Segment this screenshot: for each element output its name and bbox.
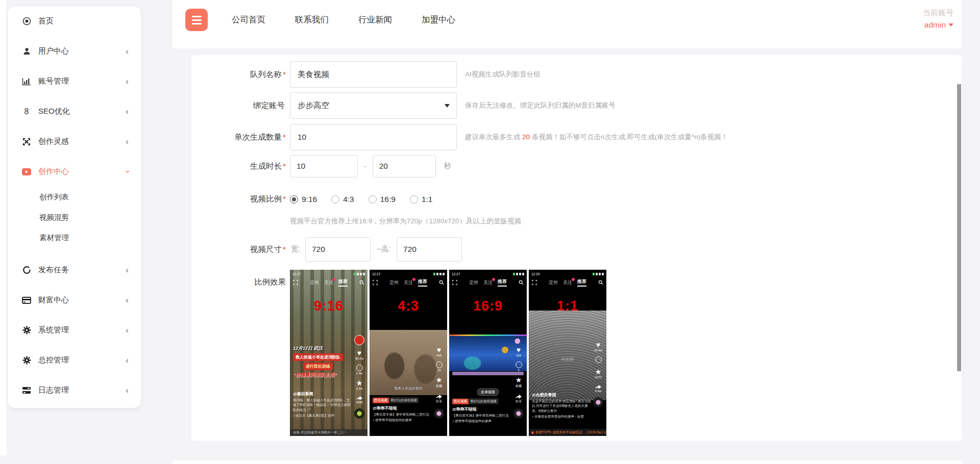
ratio-preview-thumbnails: 12:27 定州关注推荐 9:16 12月12日 武汉 救人快递小哥走进消防队 … <box>290 270 606 436</box>
status-icons <box>593 273 604 275</box>
sidebar-item-publish-tasks[interactable]: 发布任务 ‹ <box>8 255 141 285</box>
sidebar-item-account-mgmt[interactable]: 账号管理 ‹ <box>8 66 141 96</box>
preview-thumb-9-16: 12:27 定州关注推荐 9:16 12月12日 武汉 救人快递小哥走进消防队 … <box>290 270 368 436</box>
vertical-scrollbar[interactable] <box>957 84 961 371</box>
music-title: ♪ @乖乖不哒哒创作的原声 <box>452 419 511 424</box>
radio-icon[interactable] <box>369 195 377 203</box>
preview-thumb-4-3: 12:27 定州关注推荐 4:3 我承认你说得都对 ♥546 ···14 ★收藏… <box>370 270 447 436</box>
nav-contact-us[interactable]: 联系我们 <box>295 14 329 25</box>
sidebar-subitem-video-mix[interactable]: 视频混剪 <box>8 207 141 227</box>
tag-description: 看好玩的游戏视频 <box>470 399 497 404</box>
sidebar-item-wealth-center[interactable]: 财富中心 ‹ <box>8 285 141 315</box>
sidebar-item-home[interactable]: 首页 <box>8 6 141 36</box>
max-count-red: 20 <box>522 133 530 141</box>
required-asterisk: * <box>283 245 286 253</box>
author-handle: @合肥共青团 <box>532 392 591 398</box>
sidebar-subitem-material-mgmt[interactable]: 素材管理 <box>8 227 141 248</box>
nav-industry-news[interactable]: 行业新闻 <box>358 14 392 25</box>
nav-company-home[interactable]: 公司首页 <box>232 14 265 25</box>
radio-checked-icon[interactable] <box>290 195 298 203</box>
comment-icon: ··· <box>595 356 602 363</box>
sidebar-subitem-creation-list[interactable]: 创作列表 <box>8 187 141 207</box>
phone-status-bar: 12:27 <box>449 271 527 276</box>
ratio-option-4-3[interactable]: 4:3 <box>331 195 354 204</box>
hamburger-icon <box>192 16 202 17</box>
sidebar-item-label: 创作灵感 <box>38 137 69 146</box>
status-time: 12:29 <box>531 272 540 276</box>
radio-icon[interactable] <box>410 195 418 203</box>
share-icon <box>515 393 522 399</box>
bar-chart-icon <box>21 77 32 86</box>
bind-account-select[interactable]: 步步高空 <box>290 92 457 119</box>
sidebar-item-seo[interactable]: 8 SEO优化 ‹ <box>8 96 141 126</box>
share-count: 4388 <box>356 401 362 404</box>
hot-topic-banner: 热榜TOP5: 这段历史不该被忘记… | 6124.5w人在看 › <box>529 429 606 436</box>
duration-min-input[interactable] <box>290 155 358 177</box>
star-icon: ★ <box>595 368 602 375</box>
comment-count: 2 <box>518 369 519 372</box>
phone-status-bar: 12:27 <box>290 271 368 276</box>
radio-icon[interactable] <box>331 195 339 203</box>
duration-max-input[interactable] <box>373 155 436 177</box>
caret-down-icon <box>948 23 953 27</box>
radio-label: 4:3 <box>343 195 354 204</box>
music-title: ♪ @乖乖不哒哒创作的原声 <box>373 418 432 423</box>
next-section-card <box>173 460 962 464</box>
tab-recommend: 推荐 <box>498 278 507 287</box>
sidebar-item-system-mgmt[interactable]: 系统管理 ‹ <box>8 315 141 345</box>
sidebar-item-label: 日志管理 <box>38 385 69 395</box>
comment-icon: ··· <box>436 362 443 368</box>
field-label: 视频比例* <box>191 194 286 204</box>
ratio-option-9-16[interactable]: 9:16 <box>290 195 317 204</box>
gen-count-input[interactable] <box>290 124 457 150</box>
caption-block: @乖乖不哒哒 【奥拉星手游】暑中保实神殿三星打法 ♪ @乖乖不哒哒创作的原声 <box>373 405 432 423</box>
current-account-label: 当前账号 <box>923 8 953 18</box>
like-count: 82.2w <box>355 357 363 360</box>
tab-city: 定州 <box>310 279 319 286</box>
collection-banner: 合集·武汉快递哥火场救出一家三口 › <box>290 429 368 436</box>
ratio-option-1-1[interactable]: 1:1 <box>410 195 433 204</box>
tab-follow: 关注 <box>324 279 333 286</box>
sidebar-item-label: 用户中心 <box>38 46 69 56</box>
sidebar-item-log-mgmt[interactable]: 日志管理 ‹ <box>8 375 141 405</box>
menu-toggle-button[interactable] <box>185 9 208 31</box>
ratio-watermark: 16:9 <box>449 298 527 314</box>
star-icon: ★ <box>356 379 363 386</box>
chevron-left-icon: ‹ <box>126 137 129 146</box>
nav-franchise-center[interactable]: 加盟中心 <box>422 14 455 25</box>
subitem-label: 素材管理 <box>39 233 69 243</box>
share-count: 5.6w <box>595 390 602 393</box>
subitem-label: 创作列表 <box>39 192 69 202</box>
sidebar-item-label: 系统管理 <box>38 325 69 335</box>
arrows-expand-icon <box>21 137 32 146</box>
selected-account: 步步高空 <box>298 100 329 111</box>
action-rail: ♥82.2w ···1.4w ★4.2w 4388 <box>353 335 365 419</box>
top-nav: 公司首页 联系我们 行业新闻 加盟中心 <box>232 0 455 40</box>
width-input[interactable] <box>305 237 371 262</box>
sidebar-item-master-control[interactable]: 总控管理 ‹ <box>8 345 141 375</box>
hamburger-icon <box>192 23 202 24</box>
tab-city: 定州 <box>549 279 558 286</box>
feed-tab-bar: 定州关注推荐 <box>370 278 447 287</box>
scan-icon <box>293 280 298 285</box>
account-dropdown[interactable]: admin <box>923 20 953 30</box>
credit-card-icon <box>21 296 32 305</box>
sidebar-item-creation-center[interactable]: 创作中心 ‹ <box>8 157 141 187</box>
page-left-edge <box>0 0 7 455</box>
required-asterisk: * <box>283 133 286 141</box>
chevron-left-icon: ‹ <box>126 356 129 365</box>
chevron-left-icon: ‹ <box>126 47 129 56</box>
sidebar-item-user-center[interactable]: 用户中心 ‹ <box>8 36 141 66</box>
form-row-ratio: 视频比例* 9:16 4:3 16:9 1:1 <box>191 194 962 204</box>
sidebar-item-inspiration[interactable]: 创作灵感 ‹ <box>8 126 141 157</box>
queue-name-input[interactable] <box>290 61 457 88</box>
scan-icon <box>452 280 457 285</box>
tab-recommend: 推荐 <box>338 278 348 287</box>
ratio-option-16-9[interactable]: 16:9 <box>369 195 396 204</box>
overlay-quote: “仿佛重回部队生活” <box>293 372 337 378</box>
height-input[interactable] <box>397 237 462 262</box>
chevron-left-icon: ‹ <box>126 266 129 274</box>
tab-follow: 关注 <box>404 279 413 286</box>
caption-text: 【奥拉星手游】暑中保实神殿三星打法 <box>373 412 432 417</box>
star-count: 4.2w <box>356 387 363 390</box>
